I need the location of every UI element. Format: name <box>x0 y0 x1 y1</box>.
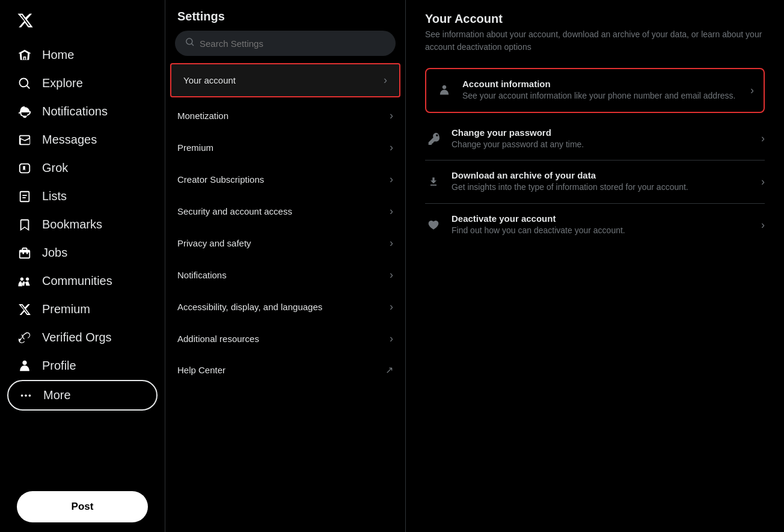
sidebar: Home Explore Notifications Messages <box>0 0 165 532</box>
sidebar-item-messages[interactable]: Messages <box>7 126 158 154</box>
sidebar-item-premium[interactable]: Premium <box>7 295 158 323</box>
sidebar-item-lists-label: Lists <box>42 189 67 203</box>
chevron-icon: › <box>390 237 393 249</box>
sidebar-item-more-label: More <box>43 388 71 402</box>
content-item-chevron: › <box>761 176 765 188</box>
settings-menu-item-your-account[interactable]: Your account › <box>170 63 400 97</box>
chevron-icon: › <box>390 141 393 154</box>
content-item-download-archive-desc: Get insights into the type of informatio… <box>452 182 752 194</box>
settings-menu-item-help-center-label: Help Center <box>177 365 225 375</box>
sidebar-item-notifications-label: Notifications <box>42 105 108 118</box>
sidebar-item-jobs[interactable]: Jobs <box>7 239 158 267</box>
download-icon <box>425 176 442 188</box>
settings-menu-item-accessibility-label: Accessibility, display, and languages <box>177 302 322 312</box>
settings-menu-item-premium[interactable]: Premium › <box>165 132 405 164</box>
sidebar-item-communities[interactable]: Communities <box>7 267 158 295</box>
settings-title: Settings <box>165 0 405 31</box>
heart-icon <box>425 219 442 231</box>
sidebar-item-explore-label: Explore <box>42 76 83 90</box>
sidebar-item-notifications[interactable]: Notifications <box>7 97 158 126</box>
content-item-deactivate-account[interactable]: Deactivate your account Find out how you… <box>425 204 765 246</box>
sidebar-nav: Home Explore Notifications Messages <box>7 41 158 482</box>
external-link-icon: ↗ <box>385 364 393 376</box>
settings-menu-item-help-center[interactable]: Help Center ↗ <box>165 355 405 385</box>
content-item-change-password-desc: Change your password at any time. <box>452 139 752 151</box>
sidebar-item-profile-label: Profile <box>42 359 76 373</box>
key-icon <box>425 133 442 145</box>
sidebar-item-bookmarks[interactable]: Bookmarks <box>7 210 158 239</box>
content-item-deactivate-account-title: Deactivate your account <box>452 213 752 224</box>
premium-icon <box>17 303 32 316</box>
content-item-deactivate-account-desc: Find out how you can deactivate your acc… <box>452 225 752 237</box>
chevron-icon: › <box>390 269 393 281</box>
home-icon <box>17 49 32 62</box>
content-item-account-information-title: Account information <box>462 79 741 89</box>
search-bar <box>175 31 396 56</box>
settings-menu-item-notifications[interactable]: Notifications › <box>165 259 405 291</box>
sidebar-item-home[interactable]: Home <box>7 41 158 69</box>
settings-menu-item-security-account-access[interactable]: Security and account access › <box>165 195 405 227</box>
post-button[interactable]: Post <box>17 491 148 522</box>
sidebar-item-explore[interactable]: Explore <box>7 69 158 97</box>
settings-menu-item-creator-subscriptions[interactable]: Creator Subscriptions › <box>165 164 405 195</box>
sidebar-item-bookmarks-label: Bookmarks <box>42 218 102 231</box>
settings-menu-item-privacy-label: Privacy and safety <box>177 238 251 248</box>
sidebar-item-messages-label: Messages <box>42 133 97 147</box>
content-item-change-password-title: Change your password <box>452 127 752 138</box>
settings-menu-item-privacy-safety[interactable]: Privacy and safety › <box>165 227 405 259</box>
grok-icon <box>17 162 32 175</box>
content-item-chevron: › <box>750 84 754 97</box>
chevron-icon: › <box>390 109 393 122</box>
content-panel: Your Account See information about your … <box>406 0 784 532</box>
sidebar-item-grok-label: Grok <box>42 161 68 175</box>
content-item-chevron: › <box>761 219 765 231</box>
sidebar-item-more[interactable]: More <box>7 380 158 411</box>
content-item-change-password-text: Change your password Change your passwor… <box>452 127 752 151</box>
settings-menu-item-additional-resources[interactable]: Additional resources › <box>165 323 405 355</box>
communities-icon <box>17 275 32 288</box>
content-item-download-archive[interactable]: Download an archive of your data Get ins… <box>425 161 765 204</box>
search-icon <box>17 77 32 90</box>
chevron-icon: › <box>390 205 393 218</box>
sidebar-item-verified-orgs-label: Verified Orgs <box>42 331 112 344</box>
sidebar-item-profile[interactable]: Profile <box>7 352 158 380</box>
logo[interactable] <box>7 5 158 38</box>
settings-menu-item-notifications-label: Notifications <box>177 270 227 280</box>
bell-icon <box>17 105 32 118</box>
content-item-account-information-text: Account information See your account inf… <box>462 79 741 102</box>
settings-menu: Your account › Monetization › Premium › … <box>165 61 405 532</box>
settings-menu-item-monetization[interactable]: Monetization › <box>165 100 405 132</box>
chevron-icon: › <box>384 74 387 87</box>
settings-panel: Settings Your account › Monetization › P… <box>165 0 406 532</box>
content-item-deactivate-account-text: Deactivate your account Find out how you… <box>452 213 752 237</box>
sidebar-item-home-label: Home <box>42 48 74 62</box>
sidebar-item-communities-label: Communities <box>42 274 112 288</box>
content-item-download-archive-title: Download an archive of your data <box>452 170 752 180</box>
content-subtitle: See information about your account, down… <box>425 28 765 54</box>
sidebar-item-verified-orgs[interactable]: Verified Orgs <box>7 323 158 352</box>
lists-icon <box>17 190 32 203</box>
content-item-account-information-desc: See your account information like your p… <box>462 90 741 102</box>
person-icon <box>436 84 453 96</box>
profile-icon <box>17 359 32 373</box>
sidebar-item-jobs-label: Jobs <box>42 246 67 260</box>
content-item-account-information[interactable]: Account information See your account inf… <box>425 68 765 113</box>
sidebar-item-grok[interactable]: Grok <box>7 154 158 182</box>
chevron-icon: › <box>390 173 393 186</box>
content-item-download-archive-text: Download an archive of your data Get ins… <box>452 170 752 194</box>
more-icon <box>18 389 34 402</box>
settings-menu-item-accessibility[interactable]: Accessibility, display, and languages › <box>165 291 405 323</box>
settings-menu-item-premium-label: Premium <box>177 142 213 153</box>
settings-menu-item-additional-resources-label: Additional resources <box>177 334 259 344</box>
search-input[interactable] <box>200 38 385 49</box>
sidebar-item-premium-label: Premium <box>42 302 90 316</box>
verified-orgs-icon <box>17 331 32 344</box>
settings-menu-item-creator-subscriptions-label: Creator Subscriptions <box>177 174 264 185</box>
content-item-change-password[interactable]: Change your password Change your passwor… <box>425 118 765 161</box>
sidebar-item-lists[interactable]: Lists <box>7 182 158 210</box>
settings-menu-item-your-account-label: Your account <box>183 75 236 85</box>
settings-menu-item-security-label: Security and account access <box>177 206 292 216</box>
chevron-icon: › <box>390 301 393 313</box>
content-item-chevron: › <box>761 132 765 145</box>
jobs-icon <box>17 246 32 260</box>
